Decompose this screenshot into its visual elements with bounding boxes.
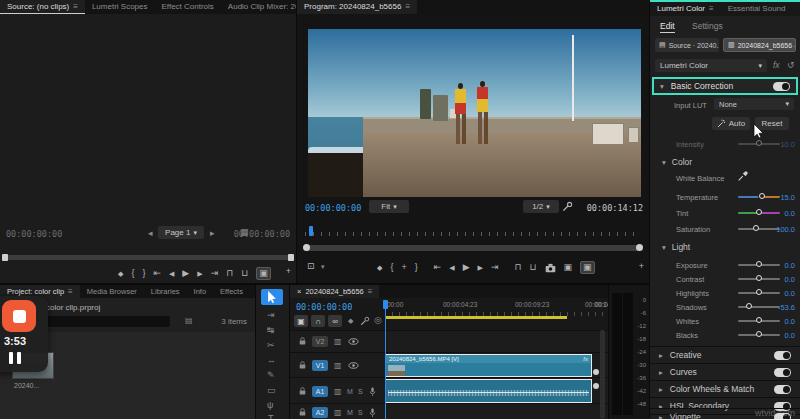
- type-tool-icon[interactable]: T: [268, 414, 274, 419]
- tab-source[interactable]: Source: (no clips) ≡: [0, 0, 85, 14]
- tab-markers[interactable]: Markers: [250, 285, 255, 298]
- fx-bypass-icon[interactable]: fx: [773, 61, 780, 70]
- panel-menu-icon[interactable]: ≡: [68, 285, 73, 298]
- track-badge-v1[interactable]: V1: [312, 360, 328, 371]
- track-v2[interactable]: V2 ▥: [290, 330, 608, 352]
- step-forward-icon[interactable]: ▶: [197, 270, 202, 277]
- ripple-edit-tool-icon[interactable]: ↹: [267, 326, 275, 335]
- track-badge-v2[interactable]: V2: [312, 336, 328, 347]
- saturation-value[interactable]: 100.0: [776, 225, 795, 234]
- mute-button[interactable]: M: [347, 409, 353, 416]
- tab-effect-controls[interactable]: Effect Controls: [155, 0, 221, 14]
- search-input[interactable]: [46, 316, 170, 327]
- lock-icon[interactable]: [298, 407, 307, 417]
- tab-info[interactable]: Info: [187, 285, 214, 298]
- track-a1[interactable]: A1 ▥ M S: [290, 377, 608, 403]
- saturation-slider[interactable]: [738, 228, 780, 230]
- intensity-slider[interactable]: [738, 143, 780, 145]
- whites-value[interactable]: 0.0: [785, 317, 795, 326]
- timeline-playhead-head[interactable]: [383, 300, 388, 309]
- extract-icon[interactable]: ⊔: [530, 263, 537, 272]
- section-curves[interactable]: ▸ Curves: [650, 363, 800, 380]
- go-to-out-icon[interactable]: ⇥: [491, 263, 499, 272]
- color-section-header[interactable]: ▾ Color: [662, 157, 692, 167]
- comparison-view-icon[interactable]: ▣: [580, 261, 595, 274]
- step-forward-icon[interactable]: ▶: [478, 264, 483, 271]
- tab-lumetri-scopes[interactable]: Lumetri Scopes: [85, 0, 155, 14]
- tab-sequence[interactable]: × 20240824_b5656 ≡: [290, 285, 379, 298]
- lift-icon[interactable]: ⊓: [514, 263, 521, 272]
- sync-lock-icon[interactable]: ▥: [334, 388, 342, 396]
- snap-toggle-button[interactable]: ∩: [311, 315, 325, 327]
- track-v1[interactable]: V1 ▥ 20240824_b5656.MP4 [V] fx: [290, 352, 608, 377]
- settings-wrench-icon[interactable]: [562, 201, 573, 212]
- stop-recording-button[interactable]: [2, 300, 36, 332]
- selection-tool[interactable]: [261, 289, 283, 305]
- lock-icon[interactable]: [298, 386, 307, 396]
- mark-out-icon[interactable]: }: [415, 263, 418, 272]
- pause-recording-button[interactable]: [9, 352, 21, 364]
- lock-icon[interactable]: [298, 336, 307, 346]
- linked-selection-button[interactable]: ∞: [328, 315, 342, 327]
- timeline-ruler[interactable]: 00:00 00:00:04:23 00:00:09:23 00:00:14:2…: [385, 300, 608, 316]
- mark-out-icon[interactable]: }: [142, 269, 145, 278]
- timeline-display-settings-icon[interactable]: ◎: [374, 316, 382, 325]
- tab-libraries[interactable]: Libraries: [144, 285, 187, 298]
- hand-tool-icon[interactable]: ψ: [267, 401, 273, 410]
- page-prev-icon[interactable]: ◂: [148, 229, 153, 238]
- settings-grid-icon[interactable]: ⊡: [307, 262, 315, 271]
- contrast-slider[interactable]: [738, 278, 780, 280]
- highlights-value[interactable]: 0.0: [785, 289, 795, 298]
- add-marker-icon[interactable]: ◆: [118, 270, 123, 277]
- sync-lock-icon[interactable]: ▥: [334, 362, 342, 370]
- source-clip-chip[interactable]: ▤ Source · 20240...: [655, 38, 719, 52]
- section-creative[interactable]: ▸ Creative: [650, 346, 800, 363]
- exposure-value[interactable]: 0.0: [785, 261, 795, 270]
- temperature-slider[interactable]: [738, 196, 780, 198]
- timeline-settings-wrench-icon[interactable]: [360, 316, 370, 326]
- mic-icon[interactable]: [368, 407, 377, 419]
- go-to-in-icon[interactable]: ⇤: [153, 269, 161, 278]
- mark-in-icon[interactable]: {: [131, 269, 134, 278]
- page-selector-button[interactable]: Page 1 ▾: [158, 226, 204, 239]
- razor-tool-icon[interactable]: ✂: [267, 341, 275, 350]
- shadows-slider[interactable]: [738, 306, 780, 308]
- clip-resize-handle-bottom[interactable]: [593, 383, 599, 389]
- shadows-value[interactable]: -53.6: [778, 303, 795, 312]
- page-next-icon[interactable]: ▸: [210, 229, 215, 238]
- track-badge-a2[interactable]: A2: [312, 407, 328, 418]
- mark-in-icon[interactable]: {: [390, 263, 393, 272]
- input-lut-dropdown[interactable]: None ▾: [714, 98, 794, 110]
- track-select-tool-icon[interactable]: ⇥: [267, 311, 275, 320]
- step-back-icon[interactable]: ◀: [449, 264, 454, 271]
- button-editor-icon[interactable]: +: [286, 267, 291, 276]
- overwrite-icon[interactable]: ⊔: [241, 269, 248, 278]
- step-back-icon[interactable]: ◀: [169, 270, 174, 277]
- insert-marker-icon[interactable]: +: [401, 263, 406, 272]
- light-section-header[interactable]: ▾ Light: [662, 242, 690, 252]
- program-scrollbar-right-handle[interactable]: [636, 244, 643, 251]
- button-editor-icon[interactable]: +: [639, 262, 644, 271]
- insert-icon[interactable]: ⊓: [226, 269, 233, 278]
- basic-correction-toggle[interactable]: [773, 82, 790, 91]
- tab-lumetri-color[interactable]: Lumetri Color ≡: [650, 2, 721, 16]
- go-to-out-icon[interactable]: ⇥: [211, 269, 219, 278]
- panel-menu-icon[interactable]: ≡: [368, 285, 373, 298]
- tab-media-browser[interactable]: Media Browser: [80, 285, 144, 298]
- panel-menu-icon[interactable]: ≡: [405, 0, 410, 14]
- close-icon[interactable]: ×: [297, 285, 301, 298]
- eyedropper-icon[interactable]: [738, 170, 749, 181]
- creative-toggle[interactable]: [774, 351, 791, 360]
- overlay-view-icon[interactable]: ▣: [564, 263, 573, 272]
- export-frame-camera-icon[interactable]: [545, 263, 556, 273]
- play-icon[interactable]: ▶: [463, 263, 470, 272]
- selected-clip-chip[interactable]: ▥ 20240824_b5656 - 20...: [723, 38, 796, 52]
- solo-button[interactable]: S: [358, 388, 363, 395]
- curves-toggle[interactable]: [774, 368, 791, 377]
- chevron-down-icon[interactable]: ▾: [321, 263, 325, 270]
- program-time-ruler[interactable]: [305, 228, 641, 236]
- blacks-slider[interactable]: [738, 334, 780, 336]
- subtab-edit[interactable]: Edit: [660, 21, 675, 33]
- play-icon[interactable]: ▶: [182, 269, 189, 278]
- rectangle-tool-icon[interactable]: ▭: [267, 386, 276, 395]
